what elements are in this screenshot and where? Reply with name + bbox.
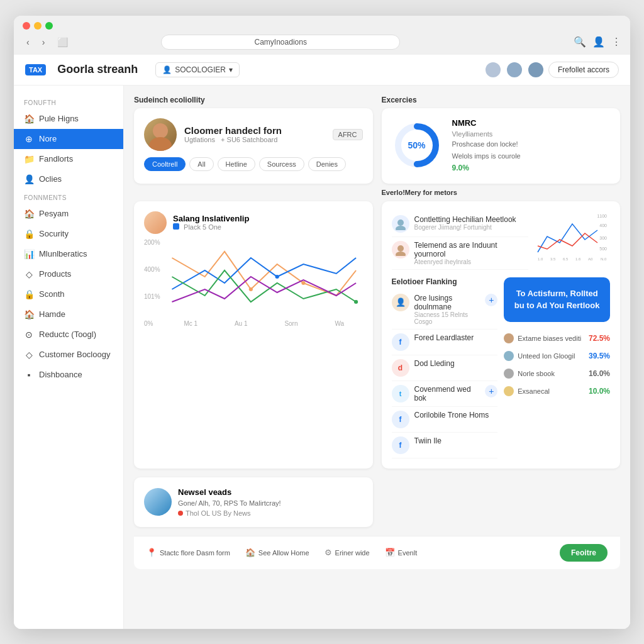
sidebar-item-reductc[interactable]: ⊙ Reductc (Toogl) (14, 325, 123, 345)
plus-button-3[interactable]: + (485, 385, 497, 397)
sidebar-label: Customer Bocloogy (39, 350, 110, 359)
bottom-item-1[interactable]: 🏠 See Allow Home (245, 548, 309, 557)
activity-text-1: Contletting Hechilian Meetlook Bogerer J… (414, 215, 516, 231)
stat-row-2: Norle sbook 16.0% (504, 366, 610, 381)
right-panel: Eelotioer Flanking 👤 Ore lusings doulnma… (392, 277, 611, 458)
sidebar-item-pesyam[interactable]: 🏠 Pesyam (14, 204, 123, 224)
org-selector[interactable]: 👤 SOCOLOGIER ▾ (155, 62, 240, 77)
org-icon: 👤 (162, 65, 172, 74)
sidebar-label: Fandlorts (39, 154, 73, 164)
stat-name-2: Norle sbook (504, 369, 555, 379)
app-header: TAX Goorla streanh 👤 SOCOLOGIER ▾ Frefol… (14, 55, 630, 86)
sidebar-item-dishboance[interactable]: ▪ Dishboance (14, 365, 123, 385)
metrics-desc1: Proshcase don locke! (452, 140, 611, 149)
sidebar-label: Nore (39, 134, 57, 143)
svg-text:3.5: 3.5 (550, 257, 556, 261)
filter-hetline[interactable]: Hetline (218, 157, 255, 171)
folder-icon: 📁 (24, 154, 34, 164)
back-button[interactable]: ‹ (23, 35, 33, 50)
sidebar-item-products[interactable]: ◇ Products (14, 264, 123, 284)
stat-val-0: 72.5% (589, 334, 610, 343)
svg-point-8 (397, 219, 404, 226)
right-panel-title: Eelotioer Flanking (392, 277, 498, 286)
home-icon: 🏠 (24, 114, 34, 124)
chart-plot (165, 239, 363, 314)
app-logo: TAX (25, 64, 46, 75)
app-title: Goorla streanh (57, 63, 138, 76)
customer-avatar (144, 118, 177, 151)
content-grid: Cloomer handecl forn Ugtlations + SU6 Sa… (134, 108, 620, 527)
circle-icon: ⊙ (24, 330, 34, 340)
address-bar[interactable]: CamyInoadions (161, 35, 400, 50)
sidebar-item-oclies[interactable]: 👤 Oclies (14, 169, 123, 189)
bottom-item-0[interactable]: 📍 Stactc flore Dasm form (147, 548, 230, 557)
filter-all[interactable]: All (189, 157, 213, 171)
svg-point-10 (397, 245, 404, 252)
svg-point-4 (249, 287, 253, 291)
sidebar-item-nore[interactable]: ⊕ Nore (14, 129, 123, 149)
plus-button-0[interactable]: + (485, 294, 497, 306)
sales-info: Salang Inslativenlip Plack 5 One (173, 214, 249, 231)
bottom-item-2[interactable]: ⚙ Eriner wide (325, 548, 370, 557)
tab-button[interactable]: ⬜ (53, 35, 72, 50)
svg-point-7 (354, 300, 358, 304)
avatar-2 (506, 61, 523, 79)
news-tag: Thol OL US By News (178, 509, 281, 517)
sidebar-item-socurity[interactable]: 🔒 Socurity (14, 224, 123, 244)
user-icon: 👤 (24, 174, 34, 184)
sidebar: Fonufth 🏠 Pule Higns ⊕ Nore 📁 Fandlorts … (14, 86, 124, 629)
section1-label: Sudeinch ecoliollity (134, 96, 373, 104)
close-dot[interactable] (23, 22, 30, 30)
metrics-card: 50% NMRC Vleylliaments Proshcase don loc… (382, 108, 621, 184)
sidebar-label: Socurity (39, 229, 69, 238)
activity-item-2: Telemend as are Induunt yournorol Ateenr… (392, 237, 529, 270)
profile-icon[interactable]: 👤 (592, 36, 605, 48)
list-text-1: Fored Leardlaster (414, 333, 474, 342)
activity-avatar-2 (392, 241, 409, 258)
metrics-info: NMRC Vleylliaments Proshcase don locke! … (452, 118, 611, 173)
svg-point-0 (153, 123, 168, 138)
sidebar-item-pule-higns[interactable]: 🏠 Pule Higns (14, 109, 123, 129)
chart-yaxis: 200% 400% 101% 0% (144, 239, 163, 327)
list-item-0: 👤 Ore lusings doulnmane Siacness 15 Reln… (392, 290, 498, 330)
donut-container: 50% NMRC Vleylliaments Proshcase don loc… (392, 118, 611, 173)
list-item-5: f Twiin Ile (392, 433, 498, 458)
app-body: Fonufth 🏠 Pule Higns ⊕ Nore 📁 Fandlorts … (14, 86, 630, 629)
diamond-icon: ◇ (24, 269, 34, 279)
sidebar-item-hamde[interactable]: 🏠 Hamde (14, 304, 123, 325)
svg-text:A0: A0 (588, 257, 593, 261)
sidebar-label: Pesyam (39, 209, 69, 218)
sidebar-item-fandlorts[interactable]: 📁 Fandlorts (14, 149, 123, 169)
sidebar-item-customer[interactable]: ◇ Customer Bocloogy (14, 345, 123, 365)
bottom-item-3[interactable]: 📅 Evenlt (385, 548, 418, 557)
sidebar-item-mlunlberatics[interactable]: 📊 Mlunlberatics (14, 244, 123, 264)
news-card: Newsel veads Gone/ Alh, 70, RPS To Malir… (134, 477, 373, 527)
diamond2-icon: ◇ (24, 350, 34, 360)
list-item-4: f Corilobile Trone Homs (392, 407, 498, 433)
avatar-3 (527, 61, 545, 79)
list-icon-3: t (392, 385, 409, 402)
filter-sourcess[interactable]: Sourcess (259, 157, 304, 171)
sidebar-item-sconth[interactable]: 🔒 Sconth (14, 284, 123, 304)
search-icon[interactable]: 🔍 (574, 36, 586, 48)
filter-cooltrell[interactable]: Cooltrell (144, 157, 186, 171)
main-content: Sudeinch ecoliollity Excercies (124, 86, 630, 629)
sidebar-label: Products (39, 269, 71, 279)
filter-denies[interactable]: Denies (308, 157, 346, 171)
metrics-pct: 9.0% (452, 164, 611, 172)
list-icon-0: 👤 (392, 294, 409, 311)
menu-icon[interactable]: ⋮ (611, 36, 621, 48)
home3-icon: 🏠 (24, 309, 34, 319)
lock-icon: 🔒 (24, 229, 34, 239)
news-title: Newsel veads (178, 487, 281, 497)
free-trial-button[interactable]: Frefollet accors (548, 62, 619, 78)
maximize-dot[interactable] (45, 22, 53, 30)
bottom-action-button[interactable]: Feoitre (560, 544, 608, 562)
grid-icon: ⊕ (24, 134, 34, 144)
stat-name-0: Extame biases vediti (504, 333, 581, 343)
cta-stats: To Actisfurm, Rollted bu to Ad You Rertl… (504, 277, 610, 458)
org-label: SOCOLOGIER (175, 65, 226, 74)
forward-button[interactable]: › (38, 35, 49, 50)
minimize-dot[interactable] (34, 22, 42, 30)
bottom-bar: 📍 Stactc flore Dasm form 🏠 See Allow Hom… (134, 536, 620, 569)
